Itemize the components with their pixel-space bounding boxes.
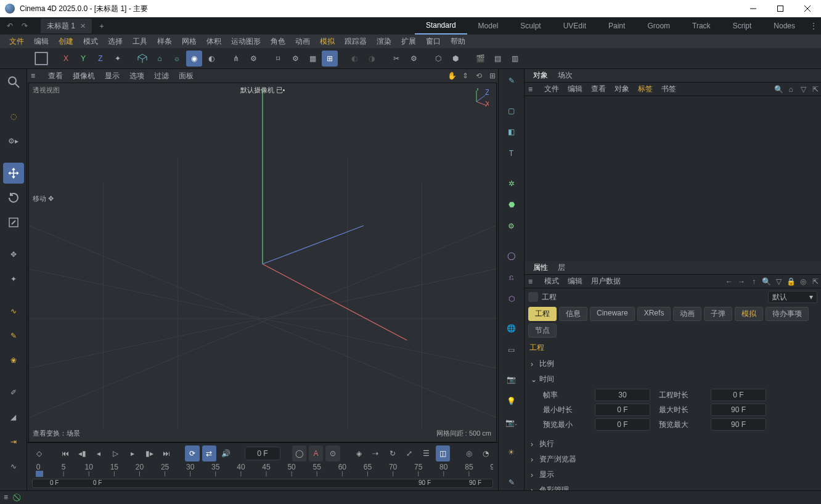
vp-menu-view[interactable]: 查看 [44, 71, 67, 81]
axis-z-icon[interactable]: Z [92, 51, 108, 67]
uv-settings-icon[interactable]: ⚙ [406, 51, 422, 67]
key-scale-icon[interactable]: ⤢ [402, 445, 416, 461]
sec-color[interactable]: ›色彩管理 [528, 483, 817, 490]
axis-x-icon[interactable]: X [58, 51, 74, 67]
attr-mode-select[interactable]: 默认▾ [768, 291, 817, 303]
live-select-icon[interactable]: ◌ [3, 106, 24, 127]
rec-scale-icon[interactable]: ⊙ [325, 445, 340, 461]
menu-character[interactable]: 角色 [266, 36, 290, 47]
pill-xrefs[interactable]: XRefs [637, 307, 671, 321]
field-icon[interactable]: ⚙ [502, 218, 521, 235]
obj-menu-edit[interactable]: 编辑 [564, 84, 586, 94]
tab-layers[interactable]: 层 [553, 262, 570, 273]
attr-popout-icon[interactable]: ⇱ [810, 276, 821, 287]
tag-icon[interactable]: ☀ [502, 444, 521, 461]
gear-icon[interactable]: ⚙ [245, 51, 261, 67]
attr-lock-icon[interactable]: 🔒 [785, 276, 796, 287]
brush-icon[interactable]: ✐ [3, 382, 24, 403]
cube-icon[interactable] [134, 51, 150, 67]
pill-bullet[interactable]: 子弹 [704, 307, 732, 321]
clapboard-icon[interactable]: 🎬 [472, 51, 488, 67]
grid-icon[interactable]: ▦ [304, 51, 321, 67]
menu-select[interactable]: 选择 [104, 36, 127, 47]
autokey-icon[interactable]: ◈ [351, 445, 366, 461]
layout-model[interactable]: Model [467, 17, 510, 35]
attr-burger-icon[interactable]: ≡ [528, 277, 539, 286]
pill-anim[interactable]: 动画 [673, 307, 701, 321]
goto-end-icon[interactable]: ⏭ [159, 445, 173, 461]
current-frame-field[interactable]: 0 F [245, 447, 280, 460]
vp-orbit-icon[interactable]: ⟲ [473, 70, 484, 81]
vp-menu-display[interactable]: 显示 [101, 71, 123, 81]
layout-groom[interactable]: Groom [636, 17, 681, 35]
frame-range-icon[interactable]: ⇄ [202, 445, 216, 461]
key-rot-icon[interactable]: ↻ [385, 445, 399, 461]
tab-takes[interactable]: 场次 [553, 70, 578, 81]
viewport[interactable]: 透视视图 默认摄像机 已• 移动 ✥ 查看变换：场景 网格间距 : 500 cm… [28, 83, 497, 442]
sym2-icon[interactable]: ◑ [364, 51, 380, 67]
menu-file[interactable]: 文件 [5, 36, 28, 47]
menu-tools[interactable]: 工具 [128, 36, 152, 47]
sec-scale[interactable]: ›比例 [528, 357, 817, 371]
menu-volume[interactable]: 体积 [202, 36, 226, 47]
vp-layout-icon[interactable]: ⊞ [487, 70, 498, 81]
material-icon[interactable]: ◐ [203, 51, 219, 67]
rec-rot-icon[interactable]: A [309, 445, 323, 461]
attr-mode-icon[interactable] [528, 292, 538, 302]
close-tab-icon[interactable]: ✕ [80, 22, 86, 30]
bevel-icon[interactable]: ∿ [3, 456, 24, 477]
light-add-icon[interactable]: 💡 [502, 393, 521, 410]
deform-icon[interactable]: ◯ [502, 248, 521, 264]
attr-search-icon[interactable]: 🔍 [761, 276, 772, 287]
cloner-icon[interactable]: ✲ [502, 175, 521, 192]
keyframe-icon[interactable]: ◇ [32, 445, 46, 461]
attr-new-icon[interactable]: ◎ [798, 276, 809, 287]
instance-icon[interactable]: ⬡ [502, 291, 521, 307]
frame-all-icon[interactable] [33, 51, 49, 67]
text-prim-icon[interactable]: T [502, 145, 521, 162]
obj-menu-tags[interactable]: 标签 [634, 84, 656, 94]
attr-menu-edit[interactable]: 编辑 [564, 276, 586, 287]
obj-search-icon[interactable]: 🔍 [773, 84, 784, 95]
render-region-icon[interactable]: ⬢ [447, 51, 464, 67]
next-key-icon[interactable]: ▮▸ [142, 445, 157, 461]
key-pla-icon[interactable]: ◫ [436, 445, 450, 461]
vp-menu-options[interactable]: 选项 [126, 71, 148, 81]
point-mode-icon[interactable]: ∿ [3, 301, 24, 322]
move-tool-icon[interactable] [3, 163, 24, 184]
obj-menu-bookmarks[interactable]: 书签 [658, 84, 680, 94]
menu-mograph[interactable]: 运动图形 [227, 36, 265, 47]
spline-pen-icon[interactable]: ✎ [502, 73, 521, 89]
attr-fwd-icon[interactable]: → [736, 276, 747, 287]
document-tab[interactable]: 未标题 1 ✕ [41, 18, 92, 33]
field-prevmin[interactable]: 0 F [595, 418, 650, 431]
scale-tool-icon[interactable] [3, 212, 24, 233]
menu-extensions[interactable]: 扩展 [397, 36, 420, 47]
maximize-button[interactable] [767, 0, 794, 17]
prev-key-icon[interactable]: ◂▮ [75, 445, 89, 461]
menu-tracker[interactable]: 跟踪器 [340, 36, 371, 47]
obj-menu-object[interactable]: 对象 [611, 84, 633, 94]
obj-menu-view[interactable]: 查看 [587, 84, 610, 94]
vp-pan-icon[interactable]: ✋ [446, 70, 457, 81]
cam-add-icon[interactable]: 📷 [502, 372, 521, 388]
vp-menu-camera[interactable]: 摄像机 [69, 71, 99, 81]
menu-simulate[interactable]: 模拟 [316, 36, 339, 47]
rotate-tool-icon[interactable] [3, 187, 24, 208]
pill-project[interactable]: 工程 [528, 307, 557, 321]
render-settings-icon[interactable]: ▥ [507, 51, 523, 67]
magnet-icon[interactable]: ⌑ [270, 51, 286, 67]
layout-standard[interactable]: Standard [415, 17, 467, 35]
object-tree[interactable] [525, 96, 821, 261]
plane-prim-icon[interactable]: ▢ [502, 102, 521, 119]
axis-tool-icon[interactable]: ✦ [110, 51, 126, 67]
menu-edit[interactable]: 编辑 [30, 36, 53, 47]
edge-mode-icon[interactable]: ✎ [3, 325, 24, 346]
sphere-icon[interactable]: ◉ [186, 51, 202, 67]
layout-paint[interactable]: Paint [597, 17, 636, 35]
rec-pos-icon[interactable]: ◯ [292, 445, 306, 461]
extrude-icon[interactable]: ⇥ [3, 431, 24, 452]
obj-home-icon[interactable]: ⌂ [785, 84, 796, 95]
obj-filter-icon[interactable]: ▽ [798, 84, 809, 95]
next-frame-icon[interactable]: ▸ [126, 445, 140, 461]
